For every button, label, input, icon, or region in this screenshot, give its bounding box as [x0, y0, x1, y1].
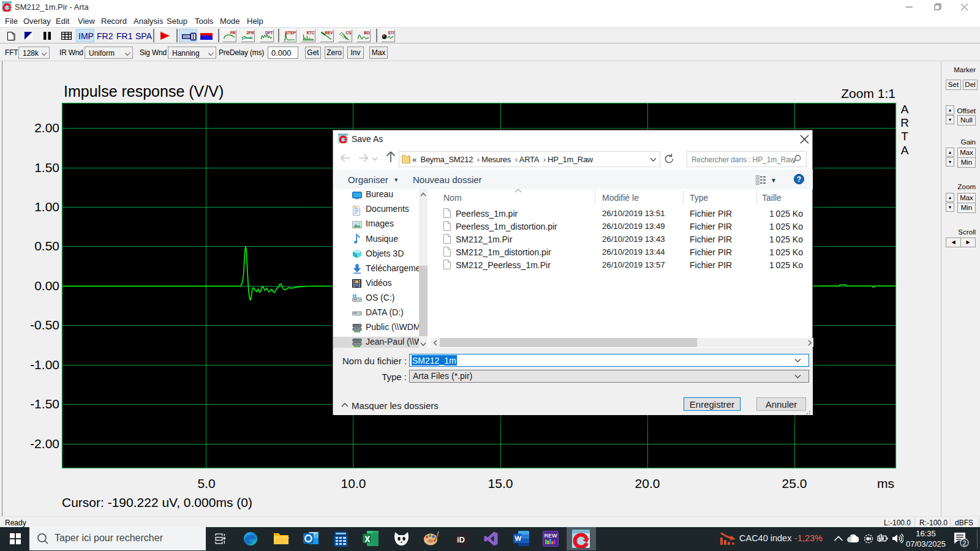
svg-text:BD: BD [364, 31, 370, 35]
svg-text:CS: CS [346, 31, 352, 35]
svg-text:STI: STI [388, 31, 394, 35]
svg-text:2FR: 2FR [246, 31, 254, 35]
svg-text:STEP: STEP [285, 31, 296, 35]
svg-text:FR: FR [230, 31, 236, 35]
svg-text:ETC: ETC [307, 31, 315, 35]
svg-text:REW: REW [545, 533, 558, 539]
svg-text:?: ? [797, 175, 801, 184]
svg-text:DFT: DFT [265, 31, 273, 35]
svg-text:2: 2 [962, 539, 966, 547]
svg-text:iD: iD [457, 535, 465, 544]
svg-text:REV: REV [325, 31, 333, 35]
